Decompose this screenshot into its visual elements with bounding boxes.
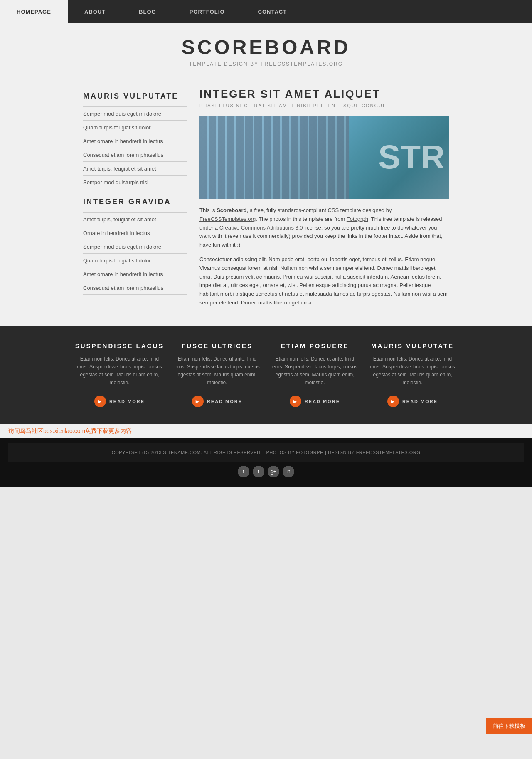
features-section: SUSPENDISSE LACUS Etiam non felis. Donec… xyxy=(0,326,532,424)
footer-bottom: COPYRIGHT (C) 2013 SITENAME.COM. ALL RIG… xyxy=(0,438,532,487)
nav-contact[interactable]: CONTACT xyxy=(241,0,304,23)
list-item: Amet turpis, feugiat et sit amet xyxy=(83,213,187,226)
list-item: Semper mod quis eget mi dolore xyxy=(83,107,187,121)
nav-blog[interactable]: BLOG xyxy=(122,0,173,23)
sidebar-section2-title: INTEGER GRAVIDA xyxy=(83,198,187,206)
read-more-btn-1[interactable]: ► READ MORE xyxy=(94,396,145,407)
feature-box-1: SUSPENDISSE LACUS Etiam non felis. Donec… xyxy=(75,342,164,407)
footer: COPYRIGHT (C) 2013 SITENAME.COM. ALL RIG… xyxy=(8,443,524,462)
read-more-icon-3: ► xyxy=(290,396,301,407)
nav-homepage[interactable]: HOMEPAGE xyxy=(0,0,68,23)
list-item: Amet ornare in hendrerit in lectus xyxy=(83,267,187,281)
read-more-icon-2: ► xyxy=(192,396,204,407)
feature-title-4: MAURIS VULPUTATE xyxy=(368,342,457,349)
list-item: Consequat etiam lorem phasellus xyxy=(83,281,187,295)
sidebar-link[interactable]: Semper mod quisturpis nisi xyxy=(83,179,148,185)
article-body: This is Scoreboard, a free, fully standa… xyxy=(200,206,449,307)
read-more-btn-3[interactable]: ► READ MORE xyxy=(290,396,340,407)
site-subtitle: TEMPLATE DESIGN BY FREECSSTEMPLATES.ORG xyxy=(8,61,524,67)
sidebar-link[interactable]: Amet ornare in hendrerit in lectus xyxy=(83,271,163,277)
article-body-paragraph: Consectetuer adipiscing elit. Nam pede e… xyxy=(200,255,449,307)
feature-title-3: ETIAM POSUERE xyxy=(270,342,360,349)
sidebar-link[interactable]: Semper mod quis eget mi dolore xyxy=(83,111,161,117)
feature-text-2: Etiam non felis. Donec ut ante. In id er… xyxy=(172,355,262,387)
feature-text-1: Etiam non felis. Donec ut ante. In id er… xyxy=(75,355,164,387)
site-header: SCOREBOARD TEMPLATE DESIGN BY FREECSSTEM… xyxy=(0,23,532,79)
list-item: Consequat etiam lorem phasellus xyxy=(83,148,187,162)
list-item: Amet turpis, feugiat et sit amet xyxy=(83,162,187,176)
sidebar-section1-title: MAURIS VULPUTATE xyxy=(83,92,187,101)
sidebar-link[interactable]: Quam turpis feugiat sit dolor xyxy=(83,124,151,131)
sidebar-link[interactable]: Amet turpis, feugiat et sit amet xyxy=(83,216,156,223)
read-more-label-4: READ MORE xyxy=(402,399,438,404)
article-subtitle: PHASELLUS NEC ERAT SIT AMET NIBH PELLENT… xyxy=(200,103,449,108)
navigation: HOMEPAGE ABOUT BLOG PORTFOLIO CONTACT xyxy=(0,0,532,23)
linkedin-icon[interactable]: in xyxy=(283,466,294,477)
sidebar-link[interactable]: Ornare in hendrerit in lectus xyxy=(83,230,150,236)
watermark-text: 访问鸟马社区bbs.xienlao.com免费下载更多内容 xyxy=(8,428,132,434)
list-item: Semper mod quis eget mi dolore xyxy=(83,240,187,254)
site-title: SCOREBOARD xyxy=(8,36,524,59)
sidebar-link[interactable]: Semper mod quis eget mi dolore xyxy=(83,244,161,250)
fotogrph-link[interactable]: Fotogrph xyxy=(347,216,368,222)
brand-name: Scoreboard xyxy=(217,207,246,213)
googleplus-icon[interactable]: g+ xyxy=(268,466,279,477)
watermark-bar: 访问鸟马社区bbs.xienlao.com免费下载更多内容 xyxy=(0,424,532,438)
freecss-link[interactable]: FreeCSSTemplates.org xyxy=(200,216,256,222)
nav-about[interactable]: ABOUT xyxy=(68,0,122,23)
read-more-btn-2[interactable]: ► READ MORE xyxy=(192,396,242,407)
intro-text2: , a free, fully standards-compliant CSS … xyxy=(246,207,392,213)
read-more-label-1: READ MORE xyxy=(109,399,145,404)
article-image xyxy=(200,116,449,199)
feature-title-2: FUSCE ULTRICES xyxy=(172,342,262,349)
list-item: Ornare in hendrerit in lectus xyxy=(83,226,187,240)
sidebar-link[interactable]: Quam turpis feugiat sit dolor xyxy=(83,257,151,264)
list-item: Amet ornare in hendrerit in lectus xyxy=(83,134,187,148)
list-item: Semper mod quisturpis nisi xyxy=(83,176,187,189)
feature-box-3: ETIAM POSUERE Etiam non felis. Donec ut … xyxy=(270,342,360,407)
list-item: Quam turpis feugiat sit dolor xyxy=(83,254,187,267)
feature-box-4: MAURIS VULPUTATE Etiam non felis. Donec … xyxy=(368,342,457,407)
content-inner: MAURIS VULPUTATE Semper mod quis eget mi… xyxy=(75,88,457,313)
features-inner: SUSPENDISSE LACUS Etiam non felis. Donec… xyxy=(75,342,457,407)
intro-text: This is xyxy=(200,207,217,213)
image-decoration xyxy=(200,116,349,199)
list-item: Quam turpis feugiat sit dolor xyxy=(83,121,187,134)
main-content: INTEGER SIT AMET ALIQUET PHASELLUS NEC E… xyxy=(200,88,449,313)
sidebar-link[interactable]: Amet turpis, feugiat et sit amet xyxy=(83,166,156,172)
feature-title-1: SUSPENDISSE LACUS xyxy=(75,342,164,349)
sidebar-link[interactable]: Consequat etiam lorem phasellus xyxy=(83,152,163,158)
nav-portfolio[interactable]: PORTFOLIO xyxy=(173,0,241,23)
read-more-icon-1: ► xyxy=(94,396,106,407)
read-more-label-2: READ MORE xyxy=(207,399,242,404)
sidebar: MAURIS VULPUTATE Semper mod quis eget mi… xyxy=(83,88,187,313)
sidebar-link[interactable]: Consequat etiam lorem phasellus xyxy=(83,285,163,291)
sidebar-list-2: Amet turpis, feugiat et sit amet Ornare … xyxy=(83,212,187,295)
copyright-text: COPYRIGHT (C) 2013 SITENAME.COM. ALL RIG… xyxy=(17,450,515,455)
read-more-icon-4: ► xyxy=(387,396,399,407)
feature-box-2: FUSCE ULTRICES Etiam non felis. Donec ut… xyxy=(172,342,262,407)
twitter-icon[interactable]: t xyxy=(253,466,264,477)
article-title: INTEGER SIT AMET ALIQUET xyxy=(200,88,449,101)
creative-commons-link[interactable]: Creative Commons Attributions 3.0 xyxy=(219,225,303,231)
read-more-btn-4[interactable]: ► READ MORE xyxy=(387,396,438,407)
feature-text-3: Etiam non felis. Donec ut ante. In id er… xyxy=(270,355,360,387)
article-intro-paragraph: This is Scoreboard, a free, fully standa… xyxy=(200,206,449,250)
main-wrapper: MAURIS VULPUTATE Semper mod quis eget mi… xyxy=(0,79,532,326)
facebook-icon[interactable]: f xyxy=(238,466,249,477)
sidebar-list-1: Semper mod quis eget mi dolore Quam turp… xyxy=(83,106,187,189)
read-more-label-3: READ MORE xyxy=(305,399,340,404)
intro-text3: . The photos in this template are from xyxy=(256,216,347,222)
feature-text-4: Etiam non felis. Donec ut ante. In id er… xyxy=(368,355,457,387)
sidebar-link[interactable]: Amet ornare in hendrerit in lectus xyxy=(83,138,163,144)
social-icons: f t g+ in xyxy=(8,462,524,482)
